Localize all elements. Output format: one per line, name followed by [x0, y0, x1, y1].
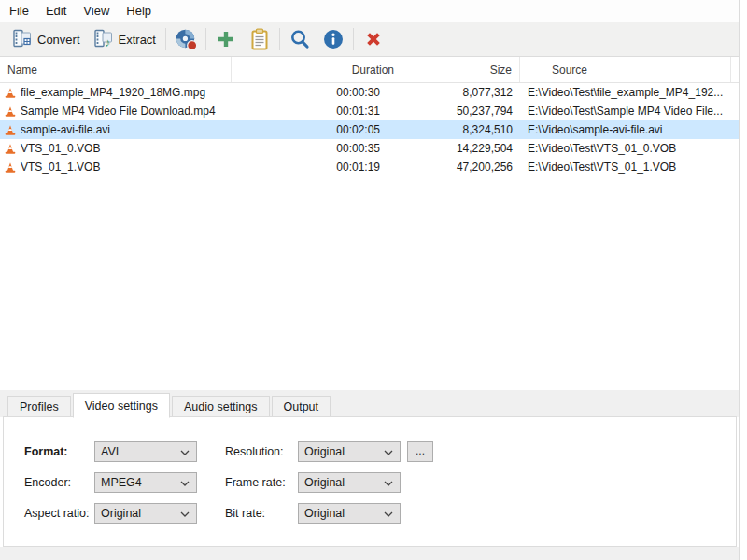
- column-header-size[interactable]: Size: [402, 57, 520, 82]
- menu-edit[interactable]: Edit: [37, 0, 75, 22]
- table-row[interactable]: VTS_01_0.VOB 00:00:35 14,229,504 E:\Vide…: [0, 139, 739, 158]
- encoder-label: Encoder:: [24, 476, 94, 489]
- table-row[interactable]: file_example_MP4_1920_18MG.mpg 00:00:30 …: [0, 83, 739, 102]
- chevron-down-icon: [384, 445, 393, 458]
- format-label: Format:: [24, 445, 94, 458]
- column-header-name[interactable]: Name: [0, 57, 232, 82]
- settings-tab-bar: Profiles Video settings Audio settings O…: [0, 390, 739, 417]
- status-bar: [0, 547, 739, 560]
- menu-bar: File Edit View Help: [0, 0, 739, 22]
- file-duration: 00:00:30: [232, 86, 402, 99]
- file-duration: 00:02:05: [232, 123, 402, 136]
- menu-help[interactable]: Help: [118, 0, 160, 22]
- extract-button-label: Extract: [119, 33, 156, 47]
- vlc-cone-icon: [5, 87, 16, 99]
- file-size: 8,077,312: [402, 86, 520, 99]
- file-duration: 00:01:31: [232, 105, 402, 118]
- file-name: VTS_01_0.VOB: [21, 142, 100, 155]
- toolbar-separator: [205, 28, 206, 50]
- film-convert-icon: [12, 28, 33, 51]
- tab-audio-settings[interactable]: Audio settings: [172, 396, 270, 417]
- search-icon[interactable]: [283, 25, 317, 53]
- vlc-cone-icon: [5, 105, 16, 118]
- file-name: Sample MP4 Video File Download.mp4: [21, 105, 216, 118]
- aspect-ratio-select[interactable]: Original: [94, 503, 197, 524]
- frame-rate-select[interactable]: Original: [298, 472, 401, 493]
- file-name: VTS_01_1.VOB: [21, 161, 100, 174]
- file-source: E:\Video\sample-avi-file.avi: [520, 123, 739, 136]
- frame-rate-value: Original: [304, 476, 345, 489]
- chevron-down-icon: [180, 476, 190, 489]
- convert-button-label: Convert: [37, 33, 80, 47]
- resolution-label: Resolution:: [225, 445, 298, 458]
- format-value: AVI: [101, 445, 119, 458]
- toolbar: Convert ♪ Extract: [0, 22, 739, 57]
- column-header-filler: [731, 57, 739, 82]
- file-source: E:\Video\Test\VTS_01_0.VOB: [520, 142, 739, 155]
- menu-file[interactable]: File: [1, 0, 37, 22]
- remove-icon[interactable]: [357, 25, 390, 53]
- file-size: 50,237,794: [402, 105, 520, 118]
- menu-view[interactable]: View: [75, 0, 118, 22]
- bit-rate-label: Bit rate:: [225, 507, 298, 520]
- add-icon[interactable]: [209, 25, 243, 53]
- film-extract-icon: ♪: [93, 28, 114, 51]
- chevron-down-icon: [180, 445, 190, 458]
- tab-video-settings[interactable]: Video settings: [73, 393, 170, 418]
- chevron-down-icon: [384, 507, 393, 520]
- table-row[interactable]: VTS_01_1.VOB 00:01:19 47,200,256 E:\Vide…: [0, 158, 739, 176]
- bit-rate-value: Original: [304, 507, 345, 520]
- tab-profiles[interactable]: Profiles: [7, 396, 71, 417]
- chevron-down-icon: [384, 476, 393, 489]
- file-size: 8,324,510: [402, 123, 520, 136]
- tab-output[interactable]: Output: [272, 396, 331, 417]
- svg-text:♪: ♪: [105, 35, 111, 49]
- vlc-cone-icon: [5, 143, 16, 155]
- chevron-down-icon: [180, 507, 190, 520]
- file-size: 47,200,256: [402, 161, 520, 174]
- file-name: file_example_MP4_1920_18MG.mpg: [21, 86, 205, 99]
- column-header-source[interactable]: Source: [520, 57, 731, 82]
- paste-icon[interactable]: [243, 25, 276, 53]
- list-header: Name Duration Size Source: [0, 57, 739, 83]
- resolution-more-button[interactable]: ...: [407, 441, 433, 462]
- file-duration: 00:00:35: [232, 142, 402, 155]
- resolution-select[interactable]: Original: [298, 441, 401, 462]
- table-row-selected[interactable]: sample-avi-file.avi 00:02:05 8,324,510 E…: [0, 120, 739, 139]
- column-header-duration[interactable]: Duration: [232, 57, 402, 82]
- frame-rate-label: Frame rate:: [225, 476, 298, 489]
- aspect-ratio-label: Aspect ratio:: [24, 507, 94, 520]
- format-select[interactable]: AVI: [94, 441, 197, 462]
- bit-rate-select[interactable]: Original: [298, 503, 401, 524]
- file-source: E:\Video\Test\VTS_01_1.VOB: [520, 161, 739, 174]
- file-source: E:\Video\Test\file_example_MP4_192...: [520, 86, 739, 99]
- convert-button[interactable]: Convert: [6, 24, 87, 55]
- vlc-cone-icon: [5, 161, 16, 174]
- file-name: sample-avi-file.avi: [21, 123, 110, 136]
- table-row[interactable]: Sample MP4 Video File Download.mp4 00:01…: [0, 102, 739, 120]
- resolution-value: Original: [304, 445, 345, 458]
- toolbar-separator: [353, 28, 354, 50]
- disc-icon[interactable]: [169, 25, 203, 53]
- toolbar-separator: [165, 28, 166, 50]
- vlc-cone-icon: [5, 124, 16, 136]
- encoder-value: MPEG4: [101, 476, 142, 489]
- toolbar-separator: [279, 28, 280, 50]
- file-size: 14,229,504: [402, 142, 520, 155]
- file-source: E:\Video\Test\Sample MP4 Video File...: [520, 105, 739, 118]
- file-list: Name Duration Size Source file_example_M…: [0, 57, 739, 390]
- file-duration: 00:01:19: [232, 161, 402, 174]
- video-settings-panel: Format: AVI Resolution: Original ... Enc…: [3, 416, 737, 547]
- app-window: File Edit View Help Convert: [0, 0, 740, 560]
- encoder-select[interactable]: MPEG4: [94, 472, 197, 493]
- extract-button[interactable]: ♪ Extract: [87, 24, 162, 55]
- aspect-ratio-value: Original: [101, 507, 141, 520]
- info-icon[interactable]: [317, 25, 350, 53]
